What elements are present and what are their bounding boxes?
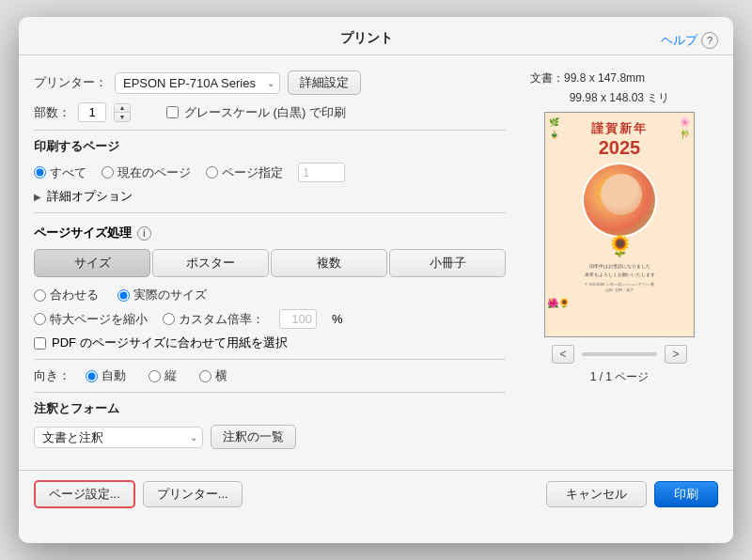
landscape-radio[interactable]	[199, 370, 212, 382]
card-title: 謹賀新年	[591, 120, 648, 137]
size-btn-booklet[interactable]: 小冊子	[389, 249, 506, 277]
copies-up-button[interactable]: ▲	[115, 104, 130, 113]
fit-radio[interactable]	[34, 289, 46, 302]
specified-page-radio[interactable]	[206, 166, 218, 179]
card-preview: 🌿🎍 🌸🎋 🌺🌻 謹賀新年 2025 🌻	[545, 113, 694, 336]
detail-triangle-icon: ▶	[34, 192, 41, 202]
percent-label: %	[332, 312, 343, 326]
current-page-label[interactable]: 現在のページ	[102, 164, 191, 181]
page-slider[interactable]	[582, 352, 657, 356]
specified-page-label[interactable]: ページ指定	[206, 164, 283, 181]
face	[601, 174, 642, 215]
print-pages-header: 印刷するページ	[34, 138, 506, 155]
all-pages-label[interactable]: すべて	[34, 164, 86, 181]
large-reduce-label[interactable]: 特大ページを縮小	[34, 311, 148, 328]
card-deco-left: 🌿🎍	[549, 117, 559, 140]
pdf-fit-checkbox[interactable]	[34, 337, 46, 350]
cancel-button[interactable]: キャンセル	[546, 481, 647, 507]
card-message: 旧年中はお世話になりました 本年もよろしくお願いいたします	[585, 262, 655, 278]
pdf-fit-label: PDF のページサイズに合わせて用紙を選択	[52, 334, 288, 351]
card-address: 〒160-8000 ○○市○○区○○○○○○○下丁○○番山田 太郎・花子	[585, 282, 653, 294]
auto-orientation-label[interactable]: 自動	[86, 367, 126, 384]
preview-navigation: < >	[552, 345, 687, 364]
orientation-label: 向き：	[34, 367, 70, 384]
detail-options-row[interactable]: ▶ 詳細オプション	[34, 188, 506, 205]
actual-size-radio[interactable]	[118, 289, 130, 302]
print-button[interactable]: 印刷	[654, 481, 718, 507]
document-size-mm: 99.98 x 148.03 ミリ	[570, 90, 670, 106]
page-setup-button[interactable]: ページ設定...	[34, 480, 135, 508]
sunflower-icon: 🌻	[607, 234, 633, 258]
custom-scale-radio[interactable]	[163, 313, 175, 325]
annotation-select-wrapper[interactable]: 文書と注釈 ⌄	[34, 427, 203, 448]
help-icon-button[interactable]: ?	[701, 32, 718, 49]
next-page-button[interactable]: >	[665, 345, 687, 364]
custom-scale-label[interactable]: カスタム倍率：	[163, 311, 264, 328]
portrait-label[interactable]: 縦	[149, 367, 177, 384]
help-link[interactable]: ヘルプ	[661, 32, 697, 49]
size-btn-size[interactable]: サイズ	[34, 249, 150, 277]
page-range-input[interactable]	[298, 163, 345, 182]
annotation-header: 注釈とフォーム	[34, 400, 506, 417]
card-year: 2025	[599, 137, 641, 159]
printer-select-wrapper[interactable]: EPSON EP-710A Series ⌄	[115, 72, 280, 94]
printer-select[interactable]: EPSON EP-710A Series	[115, 72, 280, 94]
bottom-bar: ページ設定... プリンター... キャンセル 印刷	[19, 470, 733, 518]
grayscale-checkbox[interactable]	[166, 106, 179, 118]
page-size-header-label: ページサイズ処理	[34, 225, 132, 241]
prev-page-button[interactable]: <	[552, 345, 574, 364]
card-photo	[582, 163, 657, 238]
annotation-select[interactable]: 文書と注釈	[34, 427, 203, 448]
large-reduce-radio[interactable]	[34, 313, 46, 325]
detail-settings-button[interactable]: 詳細設定	[288, 70, 361, 95]
print-dialog: プリント ヘルプ ? プリンター： EPSON EP-710A Series ⌄…	[19, 17, 733, 543]
landscape-label[interactable]: 横	[199, 367, 227, 384]
preview-frame: 🌿🎍 🌸🎋 🌺🌻 謹賀新年 2025 🌻	[544, 112, 695, 337]
printer-button[interactable]: プリンター...	[143, 481, 243, 507]
copies-label: 部数：	[34, 104, 70, 121]
annotation-list-button[interactable]: 注釈の一覧	[211, 425, 296, 449]
custom-scale-input[interactable]	[279, 309, 317, 329]
size-btn-multiple[interactable]: 複数	[271, 249, 387, 277]
portrait-radio[interactable]	[149, 370, 161, 382]
detail-options-label: 詳細オプション	[47, 188, 133, 205]
document-info: 文書：99.8 x 147.8mm	[521, 70, 645, 86]
card-deco-right: 🌸🎋	[680, 117, 690, 140]
size-btn-poster[interactable]: ポスター	[152, 249, 269, 277]
auto-orientation-radio[interactable]	[86, 370, 98, 382]
printer-label: プリンター：	[34, 74, 107, 91]
copies-down-button[interactable]: ▼	[115, 113, 130, 121]
card-deco-bottom-left: 🌺🌻	[547, 298, 570, 308]
all-pages-radio[interactable]	[34, 166, 46, 179]
actual-size-label[interactable]: 実際のサイズ	[118, 287, 207, 303]
current-page-radio[interactable]	[102, 166, 114, 179]
copies-spinner[interactable]: ▲ ▼	[114, 103, 131, 122]
dialog-title: プリント	[90, 17, 643, 54]
page-size-info-icon[interactable]: i	[137, 226, 151, 241]
page-count: 1 / 1 ページ	[590, 369, 650, 385]
fit-label[interactable]: 合わせる	[34, 287, 99, 303]
grayscale-label: グレースケール (白黒) で印刷	[184, 104, 346, 121]
copies-input[interactable]	[78, 102, 106, 122]
